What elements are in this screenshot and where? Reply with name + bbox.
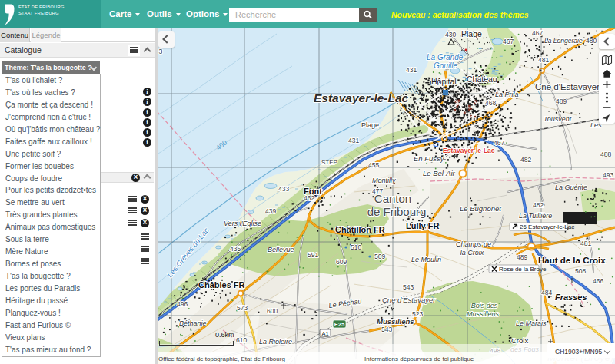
svg-text:Estavayer-le-Lac: Estavayer-le-Lac [443,147,495,154]
svg-text:Vers l'Eglise: Vers l'Eglise [224,220,261,227]
svg-text:STEP: STEP [321,159,337,166]
svg-text:482: 482 [533,201,544,209]
svg-text:510: 510 [351,243,361,251]
svg-text:En Fussy: En Fussy [414,154,445,163]
svg-text:Cne d'Estavayer: Cne d'Estavayer [382,296,436,304]
svg-text:Tousvent: Tousvent [544,115,572,123]
svg-text:Le Bugnonet: Le Bugnonet [460,204,501,213]
svg-text:de Fribourg: de Fribourg [367,205,427,218]
svg-text:Hôpital: Hôpital [431,77,457,86]
svg-text:484: 484 [541,289,552,296]
svg-text:480: 480 [586,37,597,45]
svg-text:489: 489 [517,253,527,261]
svg-text:Estavayer-le-Lac: Estavayer-le-Lac [314,91,409,104]
svg-text:Bois des: Bois des [471,302,498,309]
svg-text:467: 467 [532,29,543,37]
svg-text:591: 591 [308,251,318,259]
svg-text:455: 455 [368,161,379,169]
svg-text:609: 609 [336,258,347,266]
svg-text:496: 496 [177,300,188,308]
svg-text:Le Marais: Le Marais [516,319,547,327]
svg-text:La Guérite: La Guérite [555,184,587,191]
svg-text:Mussillens: Mussillens [467,310,500,318]
svg-text:Plage: Plage [461,29,482,38]
svg-text:467: 467 [494,139,504,147]
svg-text:610: 610 [236,336,247,344]
svg-text:435: 435 [230,245,241,253]
svg-text:543: 543 [403,283,414,291]
svg-text:La Tuillière: La Tuillière [519,212,552,220]
svg-text:La Grande: La Grande [427,53,464,61]
svg-text:Mussillens: Mussillens [377,317,414,326]
svg-text:Plage: Plage [361,121,379,129]
svg-text:Rose de la Broye: Rose de la Broye [499,266,547,273]
svg-text:493: 493 [603,171,613,179]
svg-text:Châtillon FR: Châtillon FR [335,225,385,234]
svg-text:573: 573 [237,304,248,312]
svg-text:467: 467 [503,38,514,45]
svg-text:509: 509 [374,253,385,260]
svg-text:482: 482 [520,156,531,164]
svg-text:Château: Château [467,74,497,84]
svg-text:La Longeraie: La Longeraie [544,37,583,45]
svg-text:523: 523 [412,310,423,318]
svg-text:430: 430 [445,31,456,38]
svg-text:Béthanie: Béthanie [179,319,207,327]
svg-text:Lully FR: Lully FR [406,221,439,230]
svg-text:466: 466 [593,277,603,285]
svg-text:431: 431 [348,137,359,144]
svg-text:Bellevue: Bellevue [268,246,294,253]
svg-text:26 Estavayer-le-Lac: 26 Estavayer-le-Lac [520,223,574,230]
svg-text:431: 431 [406,66,417,74]
svg-text:433: 433 [278,185,289,193]
svg-text:Montilly: Montilly [372,177,396,184]
svg-text:489: 489 [556,98,567,105]
svg-text:E25: E25 [334,321,344,328]
svg-text:Le Bel-Air: Le Bel-Air [423,169,456,177]
svg-text:488: 488 [600,151,611,158]
svg-text:A1: A1 [321,330,328,337]
svg-text:477: 477 [372,187,383,195]
svg-text:La Prila: La Prila [495,91,519,98]
svg-text:Frasses: Frasses [555,293,587,302]
svg-text:468: 468 [485,99,496,107]
svg-text:Haut de la Croix: Haut de la Croix [538,256,606,265]
svg-text:la Croix: la Croix [460,249,484,256]
svg-text:Gouille: Gouille [434,61,458,70]
svg-text:Le Moulin: Le Moulin [411,256,441,263]
svg-text:543: 543 [381,326,392,333]
svg-text:481: 481 [538,56,549,64]
svg-text:Cne d'Estavayer: Cne d'Estavayer [535,82,600,91]
svg-text:439: 439 [265,207,276,215]
svg-text:Châbles FR: Châbles FR [198,280,245,290]
svg-text:462: 462 [304,194,314,202]
svg-text:600: 600 [267,307,278,315]
svg-text:481: 481 [580,240,591,247]
svg-text:3: 3 [159,48,163,55]
svg-text:508: 508 [575,267,586,275]
svg-text:Champs de: Champs de [456,240,491,248]
